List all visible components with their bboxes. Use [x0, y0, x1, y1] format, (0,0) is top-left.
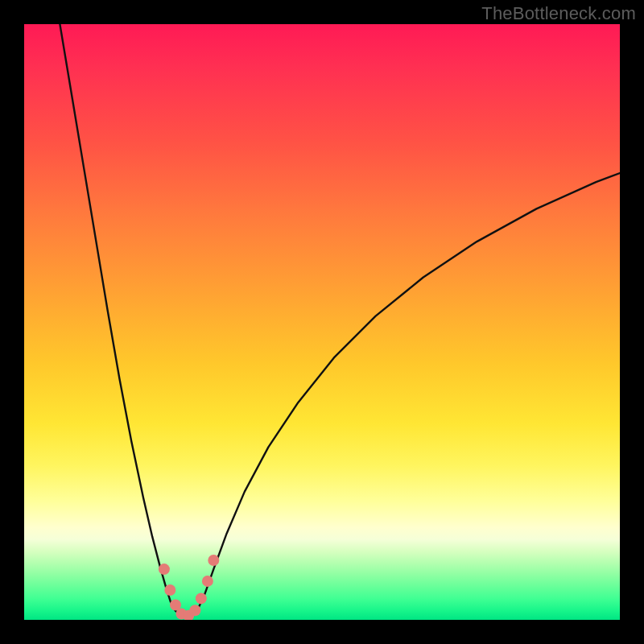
- watermark-label: TheBottleneck.com: [481, 3, 636, 24]
- plot-area: [24, 24, 620, 620]
- background-gradient: [24, 24, 620, 620]
- chart-frame: TheBottleneck.com: [0, 0, 644, 644]
